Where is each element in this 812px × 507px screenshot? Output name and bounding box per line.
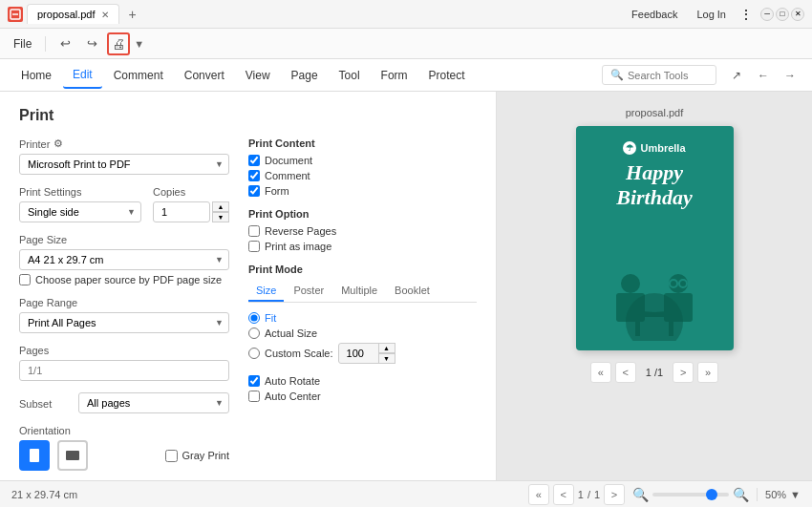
external-link-icon[interactable]: ↗ (726, 65, 747, 86)
copies-spin: ▲ ▼ (212, 201, 229, 222)
maximize-btn[interactable]: □ (776, 8, 789, 21)
fit-label[interactable]: Fit (265, 312, 276, 324)
orientation-group: Orientation Gray Print (19, 425, 229, 471)
single-side-wrapper: Single side ▼ (19, 201, 141, 222)
choose-paper-label[interactable]: Choose paper source by PDF page size (35, 274, 222, 285)
orientation-label: Orientation (19, 425, 229, 436)
svg-point-2 (621, 274, 640, 293)
scale-up-btn[interactable]: ▲ (378, 343, 395, 353)
subset-wrapper: All pages ▼ (78, 392, 229, 413)
print-as-image-checkbox[interactable] (248, 241, 260, 252)
pages-group: Pages (19, 345, 229, 381)
status-next-btn[interactable]: > (604, 484, 625, 505)
file-tab[interactable]: proposal.pdf ✕ (27, 4, 119, 24)
portrait-btn[interactable] (19, 440, 50, 471)
page-size-select[interactable]: A4 21 x 29.7 cm (19, 249, 229, 270)
comment-label[interactable]: Comment (265, 170, 310, 181)
comment-checkbox[interactable] (248, 170, 260, 181)
actual-size-label[interactable]: Actual Size (265, 327, 317, 339)
new-tab-btn[interactable]: + (123, 5, 142, 24)
toolbar-dropdown-btn[interactable]: ▼ (134, 38, 144, 50)
custom-scale-label[interactable]: Custom Scale: (265, 348, 333, 359)
pages-input[interactable] (19, 360, 229, 381)
choose-paper-checkbox[interactable] (19, 274, 31, 285)
settings-copies-group: Print Settings Single side ▼ Copies (19, 186, 229, 222)
more-options-btn[interactable]: ⋮ (739, 7, 753, 22)
auto-center-label[interactable]: Auto Center (265, 391, 321, 402)
print-as-image-label[interactable]: Print as image (265, 241, 331, 252)
nav-page[interactable]: Page (282, 63, 328, 88)
status-first-btn[interactable]: « (528, 484, 549, 505)
zoom-in-icon[interactable]: 🔍 (733, 487, 749, 502)
nav-edit[interactable]: Edit (63, 62, 102, 89)
mode-tab-multiple[interactable]: Multiple (333, 281, 385, 302)
printer-select[interactable]: Microsoft Print to PDF (19, 154, 229, 175)
gray-print-checkbox[interactable] (165, 450, 178, 462)
reverse-pages-label[interactable]: Reverse Pages (265, 225, 336, 237)
document-checkbox[interactable] (248, 155, 260, 166)
last-page-btn[interactable]: » (697, 362, 718, 383)
preview-birthday-title: Happy Birthday (616, 160, 692, 211)
file-menu[interactable]: File (8, 35, 37, 53)
print-option-title: Print Option (248, 208, 477, 220)
copies-up-btn[interactable]: ▲ (212, 201, 229, 212)
search-tools-input[interactable] (628, 70, 704, 81)
mode-tab-size[interactable]: Size (248, 281, 284, 302)
page-range-wrapper: Print All Pages ▼ (19, 312, 229, 333)
feedback-btn[interactable]: Feedback (626, 7, 683, 22)
printer-group: Printer ⚙ Microsoft Print to PDF ▼ (19, 137, 229, 175)
copies-down-btn[interactable]: ▼ (212, 212, 229, 222)
back-icon[interactable]: ← (753, 65, 774, 86)
form-checkbox[interactable] (248, 185, 260, 197)
redo-btn[interactable]: ↪ (80, 32, 103, 55)
document-label[interactable]: Document (265, 155, 312, 166)
mode-tab-booklet[interactable]: Booklet (387, 281, 438, 302)
custom-scale-radio[interactable] (248, 348, 260, 359)
nav-home[interactable]: Home (11, 63, 61, 88)
search-tools-wrapper: 🔍 (602, 65, 716, 85)
zoom-out-icon[interactable]: 🔍 (632, 487, 649, 502)
zoom-slider[interactable] (652, 493, 729, 496)
minimize-btn[interactable]: ─ (760, 8, 774, 21)
zoom-dropdown-btn[interactable]: ▼ (790, 489, 801, 500)
tab-close-btn[interactable]: ✕ (101, 10, 109, 20)
zoom-thumb[interactable] (706, 489, 717, 500)
preview-filename: proposal.pdf (626, 107, 684, 118)
landscape-btn[interactable] (57, 440, 88, 471)
copies-input[interactable] (153, 201, 210, 222)
mode-tab-poster[interactable]: Poster (286, 281, 331, 302)
nav-view[interactable]: View (236, 63, 280, 88)
nav-form[interactable]: Form (372, 63, 417, 88)
auto-rotate-checkbox[interactable] (248, 375, 260, 387)
nav-tool[interactable]: Tool (330, 63, 370, 88)
nav-convert[interactable]: Convert (175, 63, 234, 88)
search-icon: 🔍 (610, 69, 624, 81)
close-btn[interactable]: ✕ (791, 8, 804, 21)
preview-pagination: « < 1 /1 > » (590, 362, 718, 383)
forward-icon[interactable]: → (780, 65, 801, 86)
auto-rotate-label[interactable]: Auto Rotate (265, 375, 320, 387)
status-dimensions: 21 x 29.74 cm (11, 489, 521, 500)
form-label[interactable]: Form (265, 185, 289, 197)
reverse-pages-checkbox[interactable] (248, 225, 260, 237)
next-page-btn[interactable]: > (673, 362, 694, 383)
status-page-sep: / (588, 489, 590, 500)
nav-protect[interactable]: Protect (419, 63, 475, 88)
subset-select[interactable]: All pages (78, 392, 229, 413)
single-side-select[interactable]: Single side (19, 201, 141, 222)
prev-page-btn[interactable]: < (615, 362, 636, 383)
page-range-select[interactable]: Print All Pages (19, 312, 229, 333)
scale-down-btn[interactable]: ▼ (378, 353, 395, 364)
print-dialog-title: Print (19, 107, 477, 124)
undo-btn[interactable]: ↩ (53, 32, 76, 55)
print-toolbar-btn[interactable]: 🖨 (107, 32, 130, 55)
login-btn[interactable]: Log In (691, 7, 732, 22)
auto-center-checkbox[interactable] (248, 391, 260, 402)
gray-print-label[interactable]: Gray Print (182, 450, 229, 461)
status-prev-btn[interactable]: < (553, 484, 574, 505)
nav-comment[interactable]: Comment (104, 63, 173, 88)
fit-radio[interactable] (248, 312, 260, 324)
actual-size-radio[interactable] (248, 327, 260, 339)
printer-settings-icon[interactable]: ⚙ (53, 137, 63, 150)
first-page-btn[interactable]: « (590, 362, 611, 383)
